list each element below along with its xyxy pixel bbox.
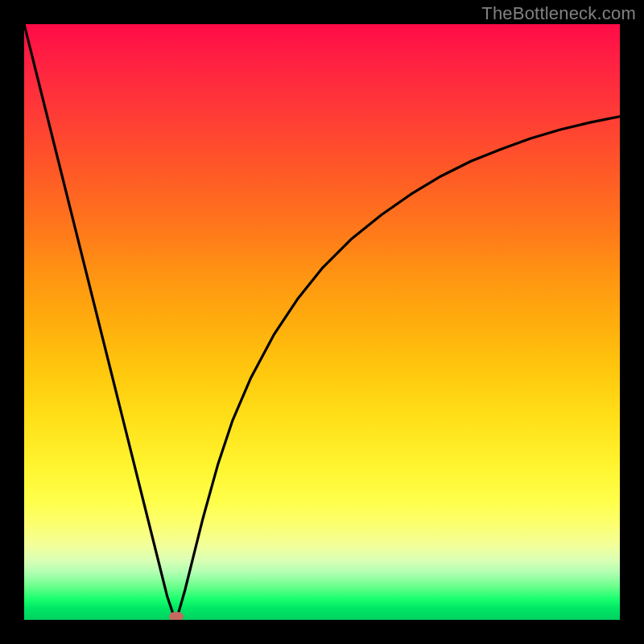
plot-area bbox=[24, 24, 620, 620]
curve-svg bbox=[24, 24, 620, 620]
watermark-text: TheBottleneck.com bbox=[481, 3, 636, 24]
chart-frame: TheBottleneck.com bbox=[0, 0, 644, 644]
curve-left-branch bbox=[24, 24, 176, 619]
curve-right-branch bbox=[176, 117, 620, 619]
minimum-marker bbox=[169, 612, 184, 620]
